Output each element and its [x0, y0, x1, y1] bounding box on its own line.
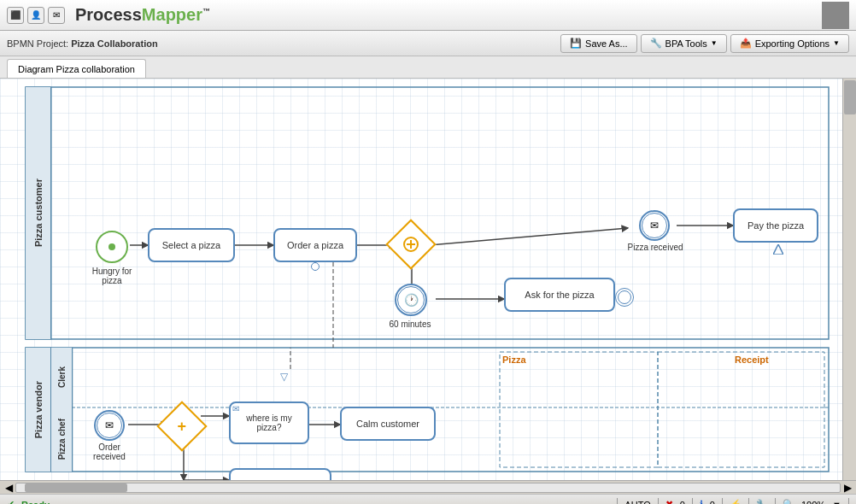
lane-clerk-label: Clerk: [57, 366, 67, 388]
status-bar: ✔ Ready AUTO ✖ 0 ℹ 0 ⚡ 🔧 🔍 100% ▼: [0, 494, 856, 504]
error-count: 0: [680, 500, 685, 505]
gateway-parallel[interactable]: +: [156, 401, 207, 451]
bpa-icon: 🔧: [650, 38, 662, 49]
info-icon: ℹ: [700, 499, 703, 504]
calm-label: Calm customer: [356, 419, 419, 429]
horizontal-scrollbar[interactable]: ◀ ▶: [0, 480, 856, 494]
hscroll-right-button[interactable]: ▶: [841, 482, 854, 494]
canvas-area: Pizza customer Pizza vendor Clerk Pizza …: [0, 79, 856, 480]
ask-pizza-task[interactable]: Ask for the pizza: [504, 278, 615, 312]
exporting-options-button[interactable]: 📤 Exporting Options ▼: [730, 34, 849, 53]
lane-pizza-vendor: Pizza vendor: [26, 348, 51, 472]
pizza-sublane-label: Pizza: [502, 355, 526, 365]
logo-tm: ™: [202, 7, 210, 15]
status-sep-1: [617, 498, 618, 505]
receipt-sublane-label: Receipt: [735, 355, 769, 365]
where-envelope-icon: ✉: [232, 404, 239, 413]
lane-pizza-chef: Pizza chef: [51, 407, 73, 472]
lightning-icon: ⚡: [730, 499, 742, 504]
svg-marker-27: [773, 244, 783, 255]
status-sep-6: [775, 498, 776, 505]
pay-pizza-task[interactable]: Pay the pizza: [733, 208, 818, 243]
ask-label: Ask for the pizza: [525, 290, 594, 300]
hscrollbar-track[interactable]: [15, 483, 841, 493]
save-icon: 💾: [570, 38, 582, 49]
order-label: Order a pizza: [287, 240, 343, 250]
status-sep-5: [748, 498, 749, 505]
status-sep-3: [692, 498, 693, 505]
ask-intermediate-event: [615, 288, 634, 307]
order-boundary-event: [311, 262, 320, 271]
tab-bar: Diagram Pizza collaboration: [0, 56, 856, 79]
pay-label: Pay the pizza: [748, 220, 804, 231]
svg-rect-8: [658, 352, 824, 467]
title-bar: ⬛ 👤 ✉ ProcessMapper™: [0, 0, 856, 31]
diagram[interactable]: Pizza customer Pizza vendor Clerk Pizza …: [0, 79, 842, 480]
project-prefix: BPMN Project:: [7, 38, 71, 49]
where-label: where is my pizza?: [234, 413, 304, 432]
lane-pizza-customer: Pizza customer: [26, 87, 51, 339]
window-icon-1[interactable]: ⬛: [7, 7, 24, 24]
order-pizza-task[interactable]: Order a pizza: [273, 228, 357, 262]
save-as-label: Save As...: [585, 38, 628, 49]
zoom-label: 100%: [801, 500, 825, 505]
select-label: Select a pizza: [162, 240, 220, 250]
app-logo: ProcessMapper™: [75, 5, 210, 25]
start-event[interactable]: [96, 231, 128, 263]
order-received-event[interactable]: ✉: [94, 410, 125, 441]
bpa-arrow-icon: ▼: [711, 39, 718, 47]
lane-clerk: Clerk: [51, 348, 73, 407]
timer-text: 60 minutes: [390, 319, 431, 329]
select-pizza-task[interactable]: Select a pizza: [148, 228, 235, 262]
svg-line-14: [429, 228, 628, 245]
hungry-label: Hungry for pizza: [92, 267, 132, 285]
tab-label: Diagram Pizza collaboration: [18, 64, 135, 74]
exporting-options-label: Exporting Options: [755, 38, 830, 49]
ready-icon: ✔: [7, 499, 15, 504]
logo-mapper: Mapper: [142, 5, 202, 24]
bpa-tools-button[interactable]: 🔧 BPA Tools ▼: [641, 34, 727, 53]
save-as-button[interactable]: 💾 Save As...: [560, 34, 637, 53]
pizza-received-event[interactable]: ✉: [639, 210, 670, 241]
window-icon-2[interactable]: 👤: [27, 7, 44, 24]
svg-rect-0: [26, 87, 829, 339]
ready-label: Ready: [21, 500, 50, 505]
received-text: Pizza received: [627, 243, 683, 252]
menu-bar: BPMN Project: Pizza Collaboration 💾 Save…: [0, 31, 856, 56]
pizza-received-label: Pizza received: [627, 243, 683, 252]
project-label: BPMN Project: Pizza Collaboration: [7, 38, 557, 49]
status-sep-7: [848, 498, 849, 505]
where-pizza-task[interactable]: where is my pizza?: [229, 401, 309, 444]
diagram-tab[interactable]: Diagram Pizza collaboration: [7, 59, 146, 78]
timer-event[interactable]: 🕐: [395, 284, 427, 316]
gateway-1[interactable]: [385, 219, 436, 269]
vertical-scrollbar[interactable]: [842, 79, 856, 480]
auto-label: AUTO: [624, 500, 650, 505]
lane-chef-label: Pizza chef: [57, 419, 67, 460]
export-icon: 📤: [740, 38, 752, 49]
window-icons: ⬛ 👤 ✉: [7, 7, 65, 24]
status-sep-2: [658, 498, 659, 505]
pay-end-marker: [773, 244, 782, 253]
calm-customer-task[interactable]: Calm customer: [340, 407, 436, 441]
hscroll-left-button[interactable]: ◀: [2, 482, 15, 494]
start-event-label: Hungry for pizza: [82, 267, 142, 285]
fork-triangle: ▽: [280, 371, 288, 383]
project-name: Pizza Collaboration: [71, 38, 157, 49]
window-icon-3[interactable]: ✉: [48, 7, 65, 24]
bake-pizza-task[interactable]: Bake the pizza: [229, 468, 331, 480]
error-icon: ✖: [665, 499, 673, 504]
lane-vendor-label: Pizza vendor: [33, 381, 44, 438]
user-avatar[interactable]: [822, 2, 849, 29]
svg-rect-7: [500, 352, 658, 467]
vscrollbar-thumb[interactable]: [844, 80, 856, 114]
order-received-text: Order received: [93, 442, 126, 461]
hscrollbar-thumb[interactable]: [25, 483, 127, 492]
timer-label: 60 minutes: [384, 319, 436, 329]
search-icon: 🔍: [783, 499, 794, 504]
export-arrow-icon: ▼: [833, 39, 840, 47]
order-received-label: Order received: [82, 442, 137, 461]
zoom-arrow: ▼: [832, 500, 841, 505]
wrench-icon: 🔧: [756, 499, 768, 504]
logo-process: Process: [75, 5, 142, 24]
